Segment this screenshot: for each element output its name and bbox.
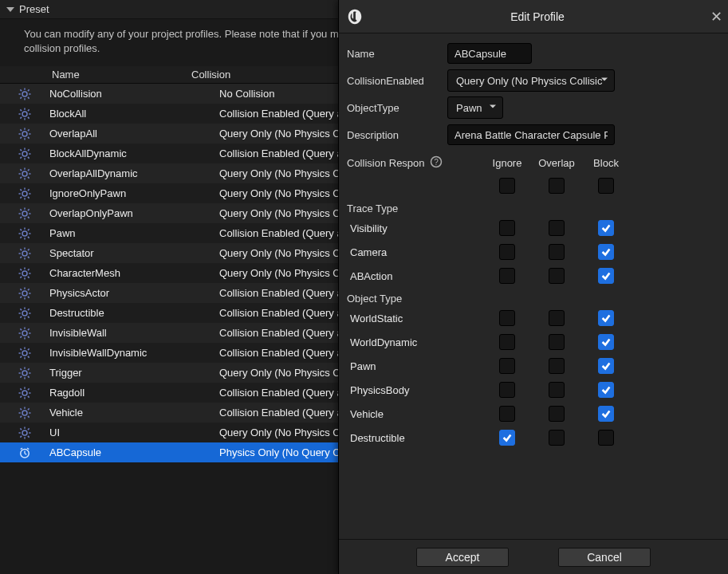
block-checkbox[interactable] [598, 220, 614, 236]
ignore-checkbox[interactable] [499, 406, 515, 422]
block-checkbox[interactable] [598, 406, 614, 422]
gear-icon[interactable] [18, 386, 49, 400]
svg-line-61 [28, 209, 30, 210]
block-checkbox[interactable] [598, 310, 614, 326]
gear-icon[interactable] [18, 346, 49, 360]
svg-line-124 [28, 348, 30, 350]
svg-line-159 [28, 435, 30, 437]
row-name: NoCollision [49, 88, 219, 100]
svg-line-70 [28, 229, 30, 230]
block-checkbox[interactable] [598, 382, 614, 398]
gear-icon[interactable] [18, 306, 49, 320]
overlap-checkbox[interactable] [549, 406, 565, 422]
response-row: WorldStatic [347, 306, 720, 330]
cancel-button[interactable]: Cancel [558, 548, 651, 567]
gear-icon[interactable] [18, 206, 49, 221]
overlap-checkbox[interactable] [549, 310, 565, 326]
svg-point-0 [22, 92, 27, 96]
expand-triangle-icon [6, 7, 14, 12]
gear-icon[interactable] [18, 246, 49, 261]
objecttype-dropdown[interactable]: Pawn [447, 96, 503, 119]
svg-line-106 [28, 309, 30, 310]
gear-icon[interactable] [18, 406, 49, 420]
svg-line-142 [28, 388, 30, 390]
ignore-checkbox[interactable] [499, 310, 515, 326]
svg-line-107 [20, 316, 22, 317]
overlap-checkbox[interactable] [549, 430, 565, 446]
response-row: PhysicsBody [347, 378, 720, 402]
gear-icon[interactable] [18, 226, 49, 241]
close-button[interactable]: ✕ [704, 8, 728, 26]
help-icon[interactable]: ? [430, 155, 443, 171]
dialog-titlebar: Edit Profile ✕ [339, 0, 728, 33]
overlap-checkbox[interactable] [549, 220, 565, 236]
name-input[interactable] [447, 43, 532, 64]
svg-line-32 [20, 149, 22, 151]
ignore-checkbox[interactable] [499, 220, 515, 236]
overlap-checkbox[interactable] [549, 358, 565, 374]
accept-button[interactable]: Accept [416, 548, 509, 567]
ignore-checkbox[interactable] [499, 358, 515, 374]
svg-line-68 [20, 229, 22, 230]
ignore-checkbox[interactable] [499, 430, 515, 446]
block-checkbox[interactable] [598, 268, 614, 284]
svg-line-25 [28, 129, 30, 131]
ignore-checkbox[interactable] [499, 382, 515, 398]
ignore-checkbox[interactable] [499, 334, 515, 350]
row-name: ABCapsule [49, 446, 219, 458]
response-label: Vehicle [347, 408, 482, 420]
overlap-checkbox[interactable] [549, 268, 565, 284]
clock-icon[interactable] [18, 446, 49, 460]
ignore-checkbox[interactable] [499, 244, 515, 260]
svg-line-132 [28, 375, 30, 377]
svg-line-53 [20, 196, 22, 198]
collision-dropdown[interactable]: Query Only (No Physics Collisic [447, 69, 615, 92]
row-name: OverlapAllDynamic [49, 167, 219, 179]
svg-line-165 [21, 448, 22, 450]
col-block: Block [581, 157, 631, 169]
gear-icon[interactable] [18, 87, 49, 101]
row-collision: Collision Enabled (Query an [219, 227, 339, 239]
svg-line-16 [28, 109, 30, 111]
svg-line-166 [27, 448, 29, 450]
svg-line-96 [28, 296, 30, 297]
svg-line-97 [28, 289, 30, 290]
gear-icon[interactable] [18, 366, 49, 380]
row-collision: Query Only (No Physics Co [219, 427, 339, 438]
gear-icon[interactable] [18, 266, 49, 281]
row-collision: Physics Only (No Query Co [219, 446, 339, 458]
svg-line-114 [28, 336, 30, 337]
master-block-checkbox[interactable] [598, 178, 614, 194]
overlap-checkbox[interactable] [549, 334, 565, 350]
svg-line-50 [20, 189, 22, 191]
row-name: BlockAll [49, 108, 219, 120]
block-checkbox[interactable] [598, 358, 614, 374]
row-name: InvisibleWallDynamic [49, 347, 219, 359]
row-collision: Collision Enabled (Query an [219, 387, 339, 399]
description-input[interactable] [447, 124, 615, 145]
row-collision: No Collision [219, 88, 339, 100]
row-collision: Query Only (No Physics Co [219, 267, 339, 279]
master-overlap-checkbox[interactable] [549, 178, 565, 194]
gear-icon[interactable] [18, 286, 49, 301]
block-checkbox[interactable] [598, 244, 614, 260]
block-checkbox[interactable] [598, 430, 614, 446]
ignore-checkbox[interactable] [499, 268, 515, 284]
block-checkbox[interactable] [598, 334, 614, 350]
overlap-checkbox[interactable] [549, 244, 565, 260]
svg-line-105 [28, 316, 30, 317]
gear-icon[interactable] [18, 127, 49, 141]
dialog-title: Edit Profile [371, 10, 704, 23]
gear-icon[interactable] [18, 326, 49, 340]
preset-label: Preset [19, 3, 49, 15]
gear-icon[interactable] [18, 147, 49, 161]
gear-icon[interactable] [18, 167, 49, 181]
gear-icon[interactable] [18, 187, 49, 201]
gear-icon[interactable] [18, 426, 49, 440]
overlap-checkbox[interactable] [549, 382, 565, 398]
master-ignore-checkbox[interactable] [499, 178, 515, 194]
row-name: InvisibleWall [49, 327, 219, 339]
row-collision: Collision Enabled (Query an [219, 287, 339, 299]
gear-icon[interactable] [18, 107, 49, 121]
row-name: Ragdoll [49, 387, 219, 399]
